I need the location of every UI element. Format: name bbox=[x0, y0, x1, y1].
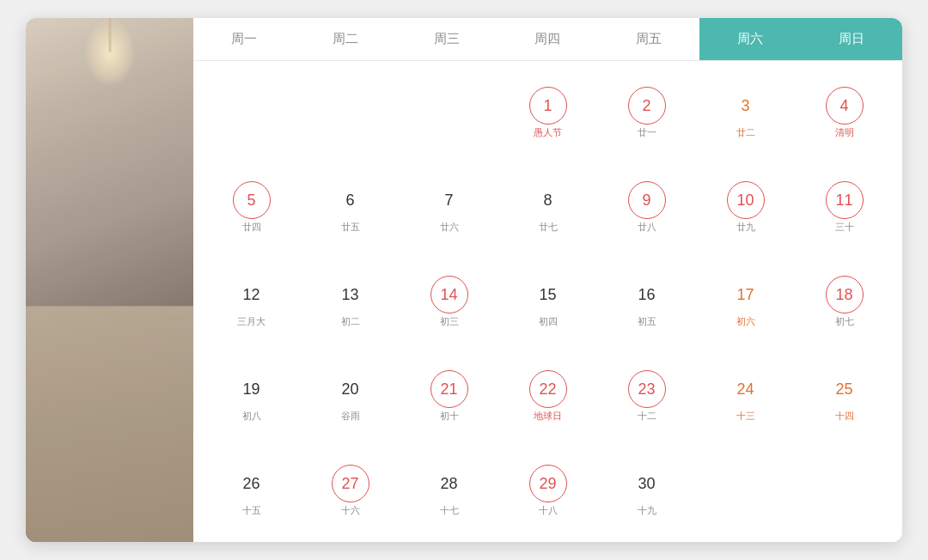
day-number: 9 bbox=[642, 192, 650, 208]
lunar-text: 三十 bbox=[835, 221, 854, 234]
day-number-wrap: 16 bbox=[628, 276, 666, 313]
day-number: 30 bbox=[638, 476, 655, 491]
day-number: 1 bbox=[543, 98, 552, 113]
day-cell: 7廿六 bbox=[400, 160, 498, 254]
lunar-text: 初七 bbox=[835, 315, 854, 328]
day-cell: 6廿五 bbox=[301, 160, 400, 254]
day-number: 29 bbox=[539, 476, 556, 491]
lunar-text: 初四 bbox=[539, 315, 558, 328]
lunar-text: 十七 bbox=[440, 504, 459, 517]
day-cell bbox=[202, 65, 301, 160]
day-number-wrap: 21 bbox=[430, 370, 468, 408]
day-cell: 18初七 bbox=[795, 254, 894, 349]
day-number-wrap: 17 bbox=[727, 276, 765, 313]
day-number-wrap: 24 bbox=[727, 370, 765, 408]
lunar-text: 初八 bbox=[242, 410, 261, 423]
day-number-wrap: 6 bbox=[332, 181, 369, 219]
lunar-text: 廿九 bbox=[736, 221, 755, 234]
day-number-wrap: 28 bbox=[430, 465, 468, 502]
day-number: 10 bbox=[736, 192, 754, 208]
day-number: 26 bbox=[242, 476, 259, 491]
day-cell: 2廿一 bbox=[597, 65, 696, 160]
day-number: 25 bbox=[835, 381, 852, 397]
lunar-text: 廿一 bbox=[638, 126, 656, 139]
day-cell: 29十八 bbox=[498, 443, 597, 538]
lunar-text: 廿七 bbox=[539, 221, 558, 234]
day-cell: 25十四 bbox=[795, 349, 894, 443]
lunar-text: 愚人节 bbox=[534, 126, 562, 139]
day-cell: 11三十 bbox=[795, 160, 894, 254]
day-cell bbox=[795, 443, 894, 538]
lunar-text: 十六 bbox=[341, 504, 360, 517]
day-number: 18 bbox=[835, 287, 852, 302]
day-cell: 16初五 bbox=[597, 254, 696, 349]
day-number-wrap: 3 bbox=[727, 87, 765, 125]
day-number: 28 bbox=[440, 476, 457, 491]
day-number: 27 bbox=[341, 476, 358, 491]
day-number: 20 bbox=[341, 381, 358, 397]
calendar-panel: 周一周二周三周四周五周六周日 1愚人节2廿一3廿二4清明5廿四6廿五7廿六8廿七… bbox=[193, 18, 902, 542]
day-cell: 8廿七 bbox=[498, 160, 597, 254]
day-cell: 22地球日 bbox=[498, 349, 597, 443]
lunar-text: 廿五 bbox=[341, 221, 360, 234]
day-cell: 10廿九 bbox=[696, 160, 795, 254]
day-cell: 23十二 bbox=[597, 349, 696, 443]
lunar-text: 初二 bbox=[341, 315, 360, 328]
day-number-wrap: 9 bbox=[628, 181, 666, 219]
day-number-wrap: 15 bbox=[529, 276, 567, 313]
day-cell: 27十六 bbox=[301, 443, 400, 538]
day-number: 7 bbox=[444, 192, 453, 208]
lunar-text: 初五 bbox=[638, 315, 656, 328]
day-number-wrap: 18 bbox=[826, 276, 864, 313]
day-number: 13 bbox=[341, 287, 358, 302]
day-number-wrap: 27 bbox=[332, 465, 369, 502]
day-number: 17 bbox=[736, 287, 754, 302]
day-number: 12 bbox=[242, 287, 259, 302]
header-day-cell: 周四 bbox=[498, 18, 599, 61]
day-number-wrap: 1 bbox=[529, 87, 567, 125]
lunar-text: 廿四 bbox=[242, 221, 261, 234]
day-number: 6 bbox=[345, 192, 354, 208]
day-number-wrap: 13 bbox=[332, 276, 369, 313]
day-number-wrap: 23 bbox=[628, 370, 666, 408]
day-number-wrap: 14 bbox=[430, 276, 468, 313]
day-cell: 9廿八 bbox=[597, 160, 696, 254]
lunar-text: 十五 bbox=[242, 504, 261, 517]
day-number-wrap: 29 bbox=[529, 465, 567, 502]
day-number: 3 bbox=[741, 98, 749, 113]
day-cell: 21初十 bbox=[400, 349, 498, 443]
day-number-wrap: 25 bbox=[826, 370, 864, 408]
lunar-text: 初六 bbox=[736, 315, 755, 328]
day-number: 11 bbox=[835, 192, 852, 208]
header-day-cell: 周一 bbox=[193, 18, 295, 61]
day-number-wrap: 4 bbox=[826, 87, 864, 125]
lunar-text: 谷雨 bbox=[341, 410, 360, 423]
calendar-row: 1愚人节2廿一3廿二4清明 bbox=[202, 65, 894, 160]
lunar-text: 十九 bbox=[638, 504, 656, 517]
day-cell: 12三月大 bbox=[202, 254, 301, 349]
day-cell: 19初八 bbox=[202, 349, 301, 443]
day-cell: 28十七 bbox=[400, 443, 498, 538]
app-container: 周一周二周三周四周五周六周日 1愚人节2廿一3廿二4清明5廿四6廿五7廿六8廿七… bbox=[26, 18, 902, 542]
day-number: 21 bbox=[440, 381, 457, 397]
day-number: 22 bbox=[539, 381, 556, 397]
lunar-text: 初三 bbox=[440, 315, 459, 328]
calendar-row: 26十五27十六28十七29十八30十九 bbox=[202, 443, 894, 538]
header-day-cell: 周六 bbox=[699, 18, 801, 61]
day-number: 23 bbox=[638, 381, 655, 397]
day-number-wrap: 5 bbox=[233, 181, 271, 219]
day-number: 14 bbox=[440, 287, 457, 302]
lunar-text: 廿六 bbox=[440, 221, 459, 234]
day-number-wrap: 7 bbox=[430, 181, 468, 219]
day-cell bbox=[400, 65, 498, 160]
day-cell: 4清明 bbox=[795, 65, 894, 160]
lunar-text: 三月大 bbox=[237, 315, 266, 328]
day-number-wrap: 8 bbox=[529, 181, 567, 219]
day-number-wrap: 30 bbox=[628, 465, 666, 502]
day-cell: 5廿四 bbox=[202, 160, 301, 254]
day-cell: 20谷雨 bbox=[301, 349, 400, 443]
day-number-wrap: 19 bbox=[233, 370, 271, 408]
day-cell: 14初三 bbox=[400, 254, 498, 349]
calendar-body: 1愚人节2廿一3廿二4清明5廿四6廿五7廿六8廿七9廿八10廿九11三十12三月… bbox=[193, 61, 902, 542]
header-day-cell: 周五 bbox=[598, 18, 699, 61]
